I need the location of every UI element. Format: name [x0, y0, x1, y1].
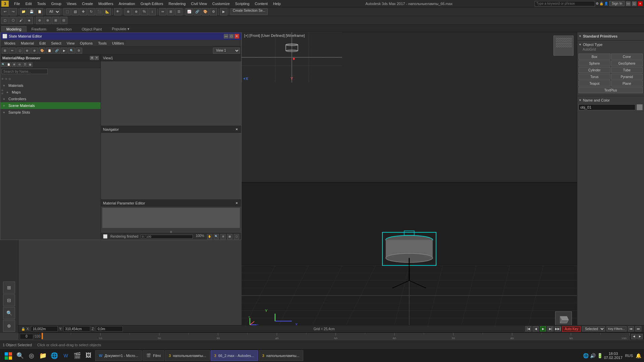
taskbar-photos-icon[interactable]: 🖼: [83, 350, 94, 361]
timeline-scroll-right[interactable]: ▶: [637, 334, 643, 339]
menu-civil-view[interactable]: Civil View: [188, 1, 209, 6]
sme-menu-select[interactable]: Select: [48, 41, 64, 46]
plane-btn[interactable]: Plane: [611, 80, 643, 86]
sme-maximize-btn[interactable]: □: [229, 34, 234, 39]
sme-menu-utilities[interactable]: Utilities: [109, 41, 126, 46]
tab-freeform[interactable]: Freeform: [26, 26, 52, 32]
navigator-canvas[interactable]: [101, 133, 241, 199]
sme-tb-btn3[interactable]: ◻: [16, 48, 23, 54]
sme-layout-btn[interactable]: ▦: [227, 234, 232, 239]
menu-tools[interactable]: Tools: [35, 1, 49, 6]
teapot-btn[interactable]: Teapot: [579, 80, 610, 86]
box-btn[interactable]: Box: [579, 54, 610, 60]
navigator-close-btn[interactable]: ✕: [234, 127, 239, 132]
menu-scripting[interactable]: Scripting: [232, 1, 252, 6]
browser-tb-btn6[interactable]: ▦: [28, 62, 33, 67]
browser-item-sample-slots[interactable]: + Sample Slots: [0, 109, 101, 116]
sme-tb-btn10[interactable]: 🔍: [68, 48, 75, 54]
x-input[interactable]: [31, 326, 58, 331]
sme-zoom-btn[interactable]: 🔍: [214, 234, 219, 239]
sme-minimize-btn[interactable]: —: [224, 34, 228, 39]
menu-animation[interactable]: Animation: [116, 1, 138, 6]
timeline-scroll-left[interactable]: ◀: [631, 334, 637, 339]
undo-btn[interactable]: ↩: [1, 8, 9, 15]
anim-prev-btn[interactable]: ◀: [533, 326, 539, 331]
soft-sel-btn[interactable]: ◈: [25, 17, 33, 24]
sme-tb-btn2[interactable]: ✏: [9, 48, 16, 54]
tray-network-icon[interactable]: 🌐: [583, 353, 589, 358]
sme-menu-modes[interactable]: Modes: [2, 41, 18, 46]
window-maximize[interactable]: □: [632, 1, 637, 6]
cone-btn[interactable]: Cone: [611, 54, 643, 60]
selected-dropdown[interactable]: Selected: [582, 326, 605, 331]
window-close[interactable]: ✕: [638, 1, 643, 6]
taskbar-browser-icon[interactable]: 🌐: [49, 350, 60, 361]
sme-menu-view[interactable]: View: [64, 41, 77, 46]
taskbar-app-3ds1[interactable]: 3 напольныелампы...: [165, 350, 210, 361]
object-name-input[interactable]: [579, 104, 635, 110]
menu-edit[interactable]: Edit: [23, 1, 35, 6]
schematic-view-btn[interactable]: 🔗: [194, 8, 201, 15]
browser-item-controllers[interactable]: + Controllers: [0, 96, 101, 102]
taskbar-clock[interactable]: 18:03 07.02.2017: [604, 352, 623, 360]
save-btn[interactable]: 💾: [28, 8, 35, 15]
sme-tb-btn7[interactable]: 📋: [46, 48, 53, 54]
taskbar-app-3ds2[interactable]: 3 66_2.max - Autodes...: [211, 350, 258, 361]
sme-close-btn[interactable]: ✕: [234, 34, 239, 39]
create-selection-btn[interactable]: Create Selection Se...: [230, 8, 268, 15]
reference-coord-btn[interactable]: 📐: [104, 8, 111, 15]
browser-ctrl-btn2[interactable]: ✕: [95, 56, 99, 60]
tray-battery-icon[interactable]: 🔋: [597, 353, 603, 358]
window-minimize[interactable]: —: [626, 1, 631, 6]
move-btn[interactable]: ✥: [79, 8, 87, 15]
tab-modeling[interactable]: Modeling: [1, 26, 26, 32]
browser-item-maps[interactable]: + Maps: [5, 89, 101, 96]
scale-btn[interactable]: ⬛: [96, 8, 103, 15]
y-input[interactable]: [63, 326, 90, 331]
browser-search-input[interactable]: [2, 69, 48, 74]
anim-end-btn[interactable]: ▶▶|: [555, 326, 561, 331]
sme-menu-options[interactable]: Options: [77, 41, 95, 46]
view1-canvas[interactable]: [101, 61, 241, 126]
pyramid-btn[interactable]: Pyramid: [611, 74, 643, 80]
current-frame-input[interactable]: [20, 334, 33, 339]
open-file-btn[interactable]: 📁: [20, 8, 27, 15]
sme-menu-edit[interactable]: Edit: [37, 41, 48, 46]
mat-param-close-btn[interactable]: ✕: [234, 201, 239, 205]
anim-ctrl-btn1[interactable]: ⏮: [628, 326, 634, 331]
save-as-btn[interactable]: 📋: [36, 8, 43, 15]
z-input[interactable]: [96, 326, 123, 331]
toolbar-icon-1[interactable]: ⚙: [596, 2, 599, 5]
taskbar-cortana-icon[interactable]: ◎: [26, 350, 37, 361]
spinner-snap-btn[interactable]: ↕: [149, 8, 156, 15]
color-swatch[interactable]: [637, 104, 643, 110]
app-logo[interactable]: 3: [1, 1, 9, 7]
tray-volume-icon[interactable]: 🔊: [590, 353, 596, 358]
anim-play-btn[interactable]: ▶: [540, 326, 546, 331]
align-btn[interactable]: ⊞: [167, 8, 174, 15]
menu-modifiers[interactable]: Modifiers: [96, 1, 116, 6]
anim-ctrl-btn2[interactable]: ⏭: [635, 326, 641, 331]
toolbar-icon-3[interactable]: 👤: [604, 2, 608, 5]
percent-snap-btn[interactable]: %: [141, 8, 148, 15]
textplus-btn[interactable]: TextPlus: [579, 87, 643, 93]
start-btn[interactable]: [3, 350, 13, 361]
menu-create[interactable]: Create: [79, 1, 96, 6]
browser-item-scene-materials[interactable]: + Scene Materials: [0, 102, 101, 109]
sme-tb-btn5[interactable]: ⊗: [31, 48, 38, 54]
sme-view-dropdown[interactable]: View 1: [213, 48, 240, 54]
snap-btn[interactable]: ⊕: [124, 8, 132, 15]
sme-tb-btn1[interactable]: ⊞: [2, 48, 8, 54]
sme-tb-btn11[interactable]: ⚙: [75, 48, 82, 54]
angle-snap-btn[interactable]: ⊗: [132, 8, 140, 15]
taskbar-app-3ds3[interactable]: 3 напольныелампы...: [259, 350, 303, 361]
grow-btn[interactable]: ⊞: [52, 17, 59, 24]
rotate-btn[interactable]: ↻: [88, 8, 95, 15]
lasso-btn[interactable]: ⬡: [9, 17, 17, 24]
sme-extra-btn[interactable]: ◻: [234, 234, 239, 239]
menu-customize[interactable]: Customize: [210, 1, 232, 6]
redo-btn[interactable]: ↪: [9, 8, 17, 15]
browser-tb-btn3[interactable]: ⊞: [12, 62, 16, 67]
sme-pan-btn[interactable]: ✋: [207, 234, 212, 239]
view-btn[interactable]: 👁: [114, 8, 121, 15]
